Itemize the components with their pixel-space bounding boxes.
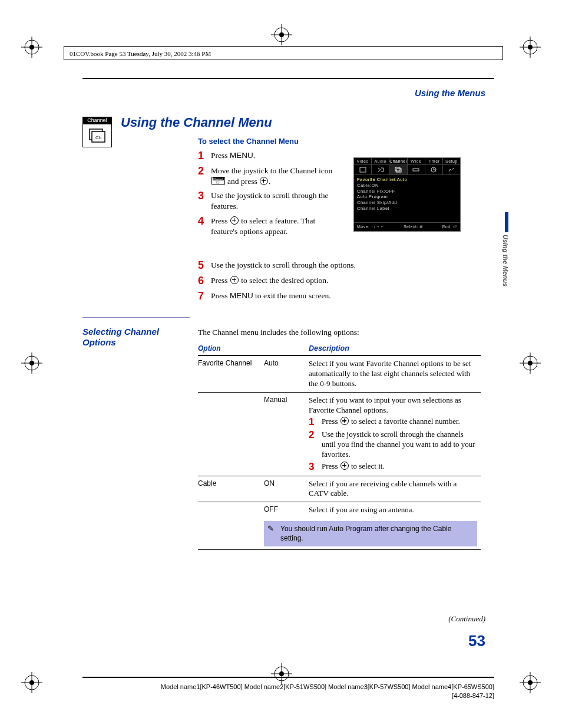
thumb-tab-label: Using the Menus	[502, 235, 509, 286]
osd-screenshot: Video Audio Channel Wide Timer Setup Fav…	[353, 157, 461, 232]
opt-on-desc: Select if you are receiving cable channe…	[309, 476, 481, 502]
step-4-text: Press to select a feature. That feature'…	[211, 216, 339, 237]
opt-off-desc: Select if you are using an antenna.	[309, 502, 481, 518]
osd-list-item: Favorite Channel:Auto	[357, 177, 457, 183]
step-number: 6	[198, 275, 211, 287]
osd-tab: Wide	[408, 158, 425, 164]
step-1-text: Press MENU.	[211, 150, 339, 161]
footer-models: Model name1[KP-46WT500] Model name2[KP-5…	[82, 683, 494, 691]
section-title: Using the Channel Menu	[121, 115, 272, 130]
crop-mark-br	[520, 672, 541, 693]
osd-tab: Timer	[425, 158, 443, 164]
osd-list-item: Cable:ON	[357, 183, 457, 189]
note-icon: ✎	[267, 524, 274, 534]
thumb-tab-bar	[505, 212, 508, 232]
manual-step-2: Use the joystick to scroll through the c…	[322, 430, 477, 460]
osd-foot-select: Select: ⊕	[404, 225, 424, 229]
step-number: 7	[198, 291, 211, 302]
joystick-press-icon	[230, 276, 239, 284]
step-number: 1	[198, 150, 211, 162]
manual-step-3: Press to select it.	[322, 462, 385, 472]
steps-narrow: 1 Press MENU. 2 Move the joystick to the…	[198, 150, 339, 241]
manual-step-1: Press to select a favorite channel numbe…	[322, 417, 460, 427]
channel-icon-inline: Channel▢	[211, 177, 225, 185]
note-text: You should run Auto Program after changi…	[280, 525, 451, 542]
joystick-press-icon	[340, 417, 349, 425]
channel-badge-label: Channel	[82, 117, 112, 124]
osd-icon	[443, 165, 460, 174]
step-3-text: Use the joystick to scroll through the f…	[211, 190, 339, 212]
joystick-press-icon	[340, 462, 349, 470]
footer-partno: [4-088-847-12]	[82, 691, 494, 700]
osd-icon	[389, 165, 407, 174]
crop-mark-tc	[271, 24, 292, 45]
svg-rect-38	[413, 169, 419, 171]
opt-favorite-channel: Favorite Channel	[198, 355, 264, 392]
step-number: 3	[309, 462, 322, 473]
note-box: ✎ You should run Auto Program after chan…	[264, 521, 477, 546]
osd-list-item: Channel Fix:OFF	[357, 189, 457, 195]
th-description: Description	[309, 342, 481, 355]
osd-icon	[425, 165, 443, 174]
crop-mark-bl	[21, 672, 42, 693]
osd-icon	[354, 165, 372, 174]
continued-label: (Continued)	[448, 614, 485, 624]
osd-tab: Audio	[372, 158, 389, 164]
svg-rect-36	[395, 167, 400, 171]
step-number: 1	[309, 417, 322, 428]
osd-list-item: Auto Program	[357, 194, 457, 200]
opt-manual-desc: Select if you want to input your own sel…	[309, 392, 481, 475]
crop-mark-bc	[271, 663, 292, 684]
subsection-rule	[82, 317, 190, 318]
osd-foot-end: End: ⏎	[442, 225, 457, 229]
opt-on-label: ON	[264, 476, 309, 502]
joystick-press-icon	[230, 216, 239, 225]
osd-foot-move: Move: ↑↓→←	[357, 225, 385, 229]
crop-mark-ml	[21, 353, 42, 374]
step-number: 2	[309, 430, 322, 441]
svg-rect-37	[396, 169, 401, 172]
osd-icon	[372, 165, 389, 174]
crop-mark-tr	[520, 37, 541, 58]
svg-text:Ch: Ch	[95, 135, 101, 140]
opt-cable: Cable	[198, 476, 264, 502]
left-subheading: Selecting Channel Options	[82, 327, 183, 348]
opt-manual-label: Manual	[264, 392, 309, 475]
intro-text: The Channel menu includes the following …	[198, 328, 359, 337]
step-5-text: Use the joystick to scroll through the o…	[211, 260, 475, 271]
osd-icon	[408, 165, 425, 174]
step-number: 5	[198, 260, 211, 272]
svg-rect-35	[360, 167, 366, 172]
th-option: Option	[198, 342, 264, 355]
osd-list-item: Channel Label	[357, 206, 457, 212]
osd-tab: Channel	[389, 158, 408, 164]
step-2-text: Move the joystick to the Channel icon Ch…	[211, 166, 339, 187]
opt-off-label: OFF	[264, 502, 309, 518]
step-number: 2	[198, 166, 211, 177]
crop-mark-mr	[520, 353, 541, 374]
page-number: 53	[468, 632, 485, 650]
osd-tab: Setup	[443, 158, 460, 164]
step-7-text: Press MENU to exit the menu screen.	[211, 291, 475, 301]
osd-list-item: Channel Skip/Add	[357, 200, 457, 206]
step-6-text: Press to select the desired option.	[211, 275, 475, 286]
steps-wide: 5 Use the joystick to scroll through the…	[198, 260, 475, 305]
header-build-line: 01COV.book Page 53 Tuesday, July 30, 200…	[70, 50, 211, 57]
crop-mark-tl	[21, 37, 42, 58]
opt-auto-desc: Select if you want Favorite Channel opti…	[309, 355, 481, 392]
opt-auto-label: Auto	[264, 355, 309, 392]
select-channel-heading: To select the Channel Menu	[198, 137, 299, 146]
channel-menu-icon: Channel Ch	[82, 117, 112, 147]
tv-channel-icon: Ch	[89, 129, 105, 143]
joystick-press-icon	[260, 177, 268, 185]
step-number: 4	[198, 216, 211, 228]
breadcrumb: Using the Menus	[415, 88, 485, 98]
footer: Model name1[KP-46WT500] Model name2[KP-5…	[82, 683, 494, 701]
bottom-rule	[82, 677, 494, 678]
options-table: Option Description Favorite Channel Auto…	[198, 342, 481, 550]
step-number: 3	[198, 190, 211, 202]
top-rule	[82, 78, 494, 79]
osd-tab: Video	[354, 158, 372, 164]
thumb-tab: Using the Menus	[502, 212, 511, 286]
